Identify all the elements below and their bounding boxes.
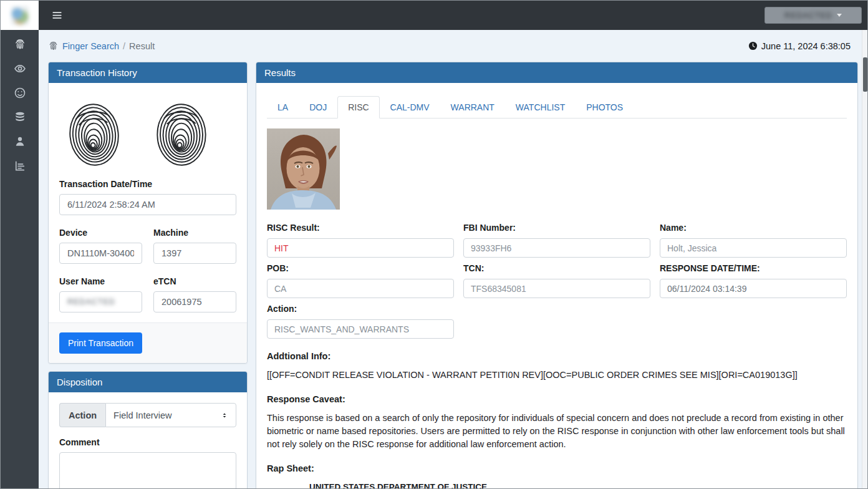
response-datetime-input[interactable]: 06/11/2024 03:14:39 <box>660 279 847 298</box>
rap-sheet-line: UNITED STATES DEPARTMENT OF JUSTICE <box>267 482 847 488</box>
logo-image <box>11 6 29 25</box>
risc-result-input[interactable]: HIT <box>267 238 454 258</box>
device-label: Device <box>59 228 142 238</box>
risc-fields-grid: RISC Result: HIT FBI Number: 93933FH6 <box>267 217 847 339</box>
action-field-input[interactable]: RISC_WANTS_AND_WARRANTS <box>267 319 454 339</box>
vertical-scrollbar[interactable] <box>862 30 867 488</box>
transaction-history-panel: Transaction History Transaction Date/Tim… <box>48 62 248 364</box>
pob-input[interactable]: CA <box>267 279 454 298</box>
sidebar-item-face[interactable] <box>14 87 26 99</box>
etcn-input[interactable] <box>153 291 236 312</box>
device-input[interactable] <box>59 243 142 264</box>
chevron-down-icon <box>837 14 842 17</box>
breadcrumb-separator: / <box>123 41 125 51</box>
machine-label: Machine <box>153 228 236 238</box>
fbi-number-label: FBI Number: <box>463 223 650 233</box>
action-selected-value: Field Interview <box>113 410 171 420</box>
pob-value: CA <box>274 284 286 294</box>
tab-risc[interactable]: RISC <box>337 96 379 119</box>
comment-label: Comment <box>59 437 236 447</box>
results-panel: Results LA DOJ RISC CAL-DMV WARRANT WATC… <box>256 62 858 488</box>
datetime-text: June 11, 2024 6:38:05 <box>761 41 851 51</box>
comment-textarea[interactable] <box>59 452 236 488</box>
machine-input[interactable] <box>153 243 236 264</box>
disposition-panel: Disposition Action Field Interview Comme… <box>48 371 248 488</box>
breadcrumb-bar: Finger Search / Result June 11, 2024 6:3… <box>48 30 858 62</box>
scrollbar-thumb[interactable] <box>863 57 867 92</box>
username-text: REDACTED <box>784 11 832 20</box>
sidebar-item-person[interactable] <box>14 135 26 148</box>
username-label: User Name <box>59 276 142 286</box>
fingerprint-image-left <box>65 100 123 169</box>
disposition-action-select[interactable]: Field Interview <box>105 403 236 427</box>
etcn-label: eTCN <box>153 276 236 286</box>
transaction-datetime-input[interactable] <box>59 194 236 215</box>
action-field-value: RISC_WANTS_AND_WARRANTS <box>274 324 409 334</box>
tcn-value: TFS68345081 <box>471 284 526 294</box>
panel-title: Results <box>256 62 857 83</box>
sidebar-item-database[interactable] <box>14 111 26 123</box>
risc-result-label: RISC Result: <box>267 223 454 233</box>
username-value: REDACTED <box>67 298 115 306</box>
response-datetime-label: RESPONSE DATE/TIME: <box>660 263 847 273</box>
sidebar-item-analytics[interactable] <box>14 160 26 172</box>
pob-label: POB: <box>267 263 454 273</box>
username-input[interactable]: REDACTED <box>59 291 142 312</box>
transaction-datetime-label: Transaction Date/Time <box>59 179 236 189</box>
app-window: REDACTED Finger Search / Result June 11,… <box>0 0 868 489</box>
panel-footer: Print Transaction <box>49 322 247 363</box>
action-label: Action <box>59 403 105 427</box>
fbi-number-value: 93933FH6 <box>471 243 511 253</box>
top-navbar: REDACTED <box>1 1 867 30</box>
tab-cal-dmv[interactable]: CAL-DMV <box>380 96 440 119</box>
breadcrumb: Finger Search / Result <box>48 41 155 51</box>
tab-doj[interactable]: DOJ <box>299 96 337 119</box>
response-caveat-label: Response Caveat: <box>267 394 847 404</box>
mugshot-photo <box>267 128 340 210</box>
response-datetime-value: 06/11/2024 03:14:39 <box>667 284 746 294</box>
panel-title: Transaction History <box>49 62 247 83</box>
fbi-number-input[interactable]: 93933FH6 <box>463 238 650 258</box>
print-transaction-button[interactable]: Print Transaction <box>59 332 142 354</box>
additional-info-label: Addtional Info: <box>267 351 847 361</box>
additional-info-text: [[OFF=CONDIT RELEASE VIOLATION - WARRANT… <box>267 369 847 382</box>
tcn-label: TCN: <box>463 263 650 273</box>
response-caveat-text: This response is based on a search of on… <box>267 412 847 451</box>
name-value: Holt, Jessica <box>667 243 716 253</box>
select-arrows-icon <box>221 411 228 420</box>
main-content: Finger Search / Result June 11, 2024 6:3… <box>39 30 867 488</box>
tab-la[interactable]: LA <box>267 96 299 119</box>
current-datetime: June 11, 2024 6:38:05 <box>748 41 858 51</box>
tcn-input[interactable]: TFS68345081 <box>463 279 650 298</box>
results-tabs: LA DOJ RISC CAL-DMV WARRANT WATCHLIST PH… <box>267 96 847 119</box>
left-sidebar <box>1 30 39 488</box>
name-label: Name: <box>660 223 847 233</box>
fingerprint-icon <box>48 41 59 51</box>
menu-toggle-button[interactable] <box>51 9 63 21</box>
fingerprint-image-right <box>150 99 212 171</box>
left-column: Transaction History Transaction Date/Tim… <box>48 62 248 488</box>
clock-icon <box>748 41 758 51</box>
app-logo[interactable] <box>1 1 39 30</box>
tab-photos[interactable]: PHOTOS <box>576 96 634 119</box>
risc-result-value: HIT <box>274 243 289 253</box>
action-field-label: Action: <box>267 304 454 314</box>
sidebar-item-iris[interactable] <box>14 62 26 75</box>
name-input[interactable]: Holt, Jessica <box>660 238 847 258</box>
breadcrumb-finger-search[interactable]: Finger Search <box>62 41 119 51</box>
rap-sheet-text: UNITED STATES DEPARTMENT OF JUSTICE FEDE… <box>267 482 847 488</box>
rap-sheet-label: Rap Sheet: <box>267 463 847 473</box>
tab-warrant[interactable]: WARRANT <box>440 96 505 119</box>
user-account-menu[interactable]: REDACTED <box>764 7 862 24</box>
sidebar-item-fingerprint[interactable] <box>14 38 26 51</box>
fingerprint-images <box>59 92 236 174</box>
tab-watchlist[interactable]: WATCHLIST <box>505 96 576 119</box>
panel-title: Disposition <box>49 372 247 392</box>
breadcrumb-current: Result <box>129 41 155 51</box>
